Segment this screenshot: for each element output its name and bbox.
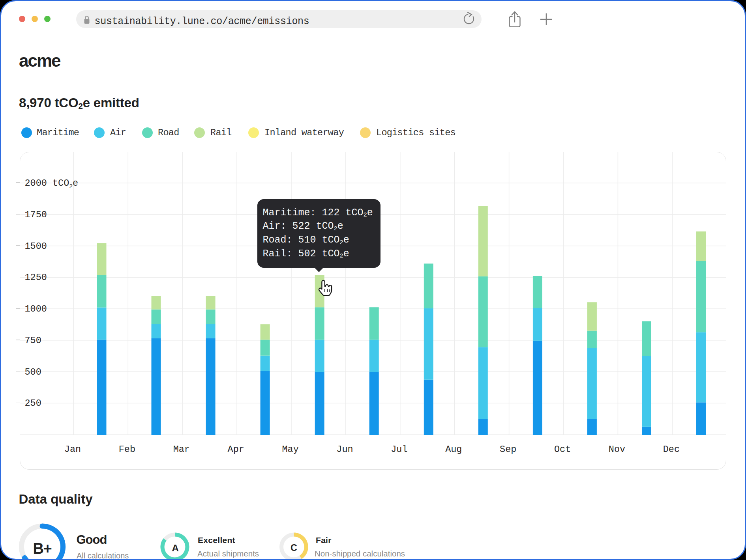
- svg-text:1000: 1000: [25, 304, 47, 314]
- svg-text:Dec: Dec: [663, 444, 680, 455]
- svg-text:Sep: Sep: [500, 444, 516, 455]
- svg-text:Jul: Jul: [391, 444, 407, 455]
- svg-text:Jun: Jun: [336, 444, 353, 455]
- svg-text:B+: B+: [33, 540, 51, 557]
- svg-text:e: e: [73, 178, 78, 189]
- svg-text:1750: 1750: [25, 209, 47, 220]
- svg-text:Oct: Oct: [554, 444, 571, 455]
- svg-text:C: C: [291, 543, 297, 553]
- svg-text:Mar: Mar: [173, 444, 190, 455]
- svg-text:750: 750: [25, 335, 41, 346]
- svg-text:A: A: [172, 543, 179, 553]
- svg-text:250: 250: [25, 398, 41, 409]
- svg-text:2: 2: [69, 183, 73, 190]
- svg-text:Jan: Jan: [64, 444, 81, 455]
- svg-text:Aug: Aug: [445, 444, 462, 455]
- svg-text:1500: 1500: [25, 241, 47, 252]
- svg-text:Nov: Nov: [609, 444, 625, 455]
- svg-text:May: May: [282, 444, 298, 455]
- svg-text:500: 500: [25, 367, 41, 377]
- svg-text:2000 tCO: 2000 tCO: [25, 178, 69, 189]
- svg-text:1250: 1250: [25, 272, 47, 283]
- svg-text:Apr: Apr: [228, 444, 244, 455]
- svg-text:Feb: Feb: [119, 444, 135, 455]
